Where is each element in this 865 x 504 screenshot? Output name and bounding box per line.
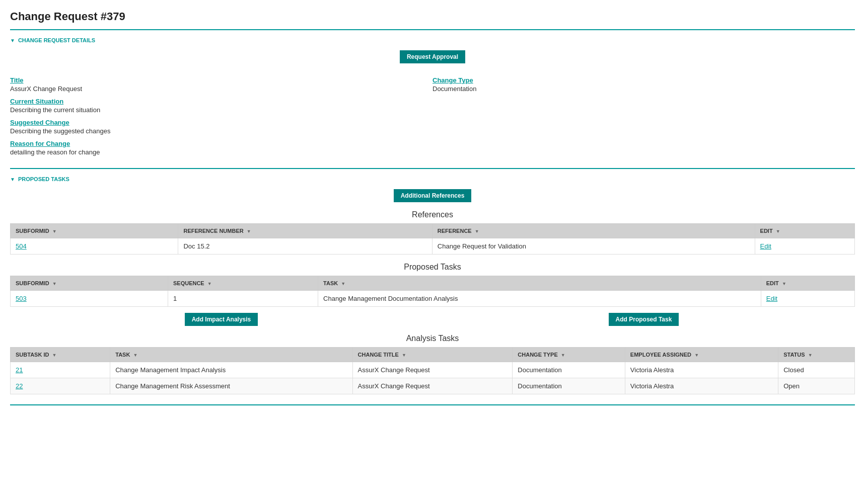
sort-arrow: ▼ (402, 353, 406, 358)
at-task: Change Management Impact Analysis (110, 362, 352, 378)
additional-references-row: Additional References (10, 189, 855, 202)
at-col-changetype: CHANGE TYPE ▼ (513, 348, 625, 362)
table-row: 504 Doc 15.2 Change Request for Validati… (11, 238, 855, 255)
details-grid: Title AssurX Change Request Current Situ… (10, 71, 855, 158)
at-col-subtaskid: SUBTASK ID ▼ (11, 348, 110, 362)
sort-arrow: ▼ (776, 229, 780, 234)
add-proposed-task-button[interactable]: Add Proposed Task (609, 313, 679, 326)
request-approval-button[interactable]: Request Approval (400, 50, 465, 63)
pt-col-sequence: SEQUENCE ▼ (168, 276, 318, 291)
sort-arrow: ▼ (694, 353, 699, 358)
pt-edit[interactable]: Edit (761, 291, 854, 307)
at-subtaskid[interactable]: 21 (11, 362, 110, 378)
sort-arrow: ▼ (475, 229, 479, 234)
proposed-tasks-label: Proposed Tasks (18, 176, 69, 182)
title-divider (10, 29, 855, 30)
table-row: 22 Change Management Risk Assessment Ass… (11, 378, 855, 394)
at-status: Closed (778, 362, 855, 378)
at-status: Open (778, 378, 855, 394)
pt-col-subformid: SUBFORMID ▼ (11, 276, 168, 291)
at-employee: Victoria Alestra (625, 362, 778, 378)
analysis-tasks-table: SUBTASK ID ▼ TASK ▼ CHANGE TITLE ▼ CHANG… (10, 347, 855, 394)
table-row: 503 1 Change Management Documentation An… (11, 291, 855, 307)
at-col-task: TASK ▼ (110, 348, 352, 362)
sort-arrow: ▼ (782, 281, 786, 286)
references-table-head: SUBFORMID ▼ REFERENCE NUMBER ▼ REFERENCE… (11, 224, 855, 238)
analysis-tasks-head: SUBTASK ID ▼ TASK ▼ CHANGE TITLE ▼ CHANG… (11, 348, 855, 362)
collapse-arrow: ▼ (10, 38, 15, 43)
references-table-body: 504 Doc 15.2 Change Request for Validati… (11, 238, 855, 255)
current-situation-label: Current Situation (10, 98, 422, 105)
ref-col-subformid: SUBFORMID ▼ (11, 224, 178, 238)
sort-arrow: ▼ (247, 229, 251, 234)
proposed-tasks-body: 503 1 Change Management Documentation An… (11, 291, 855, 307)
sort-arrow: ▼ (207, 281, 212, 286)
ref-edit[interactable]: Edit (755, 238, 854, 255)
ref-col-refnumber: REFERENCE NUMBER ▼ (178, 224, 432, 238)
references-header-row: SUBFORMID ▼ REFERENCE NUMBER ▼ REFERENCE… (11, 224, 855, 238)
page-title: Change Request #379 (10, 10, 855, 23)
at-changetitle: AssurX Change Request (352, 362, 513, 378)
pt-subformid[interactable]: 503 (11, 291, 168, 307)
sort-arrow: ▼ (561, 353, 565, 358)
sort-arrow: ▼ (52, 281, 57, 286)
reason-for-change-value: detailing the reason for change (10, 148, 422, 156)
add-proposed-task-wrapper: Add Proposed Task (432, 313, 855, 326)
sort-arrow: ▼ (341, 281, 345, 286)
analysis-tasks-title: Analysis Tasks (10, 334, 855, 343)
sort-arrow: ▼ (52, 353, 56, 358)
request-approval-row: Request Approval (10, 50, 855, 63)
ref-col-reference: REFERENCE ▼ (432, 224, 755, 238)
ref-reference: Change Request for Validation (432, 238, 755, 255)
change-type-label: Change Type (432, 76, 845, 84)
proposed-tasks-content: Additional References References SUBFORM… (10, 189, 855, 394)
change-type-value: Documentation (432, 85, 845, 93)
proposed-tasks-arrow: ▼ (10, 177, 15, 182)
title-value: AssurX Change Request (10, 85, 422, 93)
references-title: References (10, 210, 855, 219)
analysis-tasks-body: 21 Change Management Impact Analysis Ass… (11, 362, 855, 394)
at-changetitle: AssurX Change Request (352, 378, 513, 394)
sort-arrow: ▼ (808, 353, 813, 358)
sort-arrow: ▼ (133, 353, 137, 358)
ref-col-edit: EDIT ▼ (755, 224, 854, 238)
at-subtaskid[interactable]: 22 (11, 378, 110, 394)
pt-col-task: TASK ▼ (318, 276, 761, 291)
pt-task: Change Management Documentation Analysis (318, 291, 761, 307)
proposed-tasks-table: SUBFORMID ▼ SEQUENCE ▼ TASK ▼ EDIT ▼ 503… (10, 276, 855, 307)
task-buttons-row: Add Impact Analysis Add Proposed Task (10, 313, 855, 326)
at-task: Change Management Risk Assessment (110, 378, 352, 394)
sort-arrow: ▼ (52, 229, 57, 234)
current-situation-value: Describing the current situation (10, 106, 422, 114)
references-table: SUBFORMID ▼ REFERENCE NUMBER ▼ REFERENCE… (10, 223, 855, 255)
ref-subformid[interactable]: 504 (11, 238, 178, 255)
at-col-status: STATUS ▼ (778, 348, 855, 362)
change-request-details-content: Request Approval Title AssurX Change Req… (10, 50, 855, 158)
reason-for-change-label: Reason for Change (10, 140, 422, 147)
add-impact-analysis-wrapper: Add Impact Analysis (10, 313, 432, 326)
ref-refnumber: Doc 15.2 (178, 238, 432, 255)
proposed-tasks-header[interactable]: ▼ Proposed Tasks (10, 176, 855, 182)
add-impact-analysis-button[interactable]: Add Impact Analysis (185, 313, 258, 326)
bottom-divider (10, 404, 855, 405)
title-label: Title (10, 76, 422, 84)
pt-sequence: 1 (168, 291, 318, 307)
additional-references-button[interactable]: Additional References (394, 189, 472, 202)
analysis-tasks-header-row: SUBTASK ID ▼ TASK ▼ CHANGE TITLE ▼ CHANG… (11, 348, 855, 362)
proposed-tasks-head: SUBFORMID ▼ SEQUENCE ▼ TASK ▼ EDIT ▼ (11, 276, 855, 291)
details-divider (10, 168, 855, 169)
right-col: Change Type Documentation (432, 71, 855, 158)
at-changetype: Documentation (513, 378, 625, 394)
left-col: Title AssurX Change Request Current Situ… (10, 71, 432, 158)
at-employee: Victoria Alestra (625, 378, 778, 394)
proposed-tasks-header-row: SUBFORMID ▼ SEQUENCE ▼ TASK ▼ EDIT ▼ (11, 276, 855, 291)
at-col-changetitle: CHANGE TITLE ▼ (352, 348, 513, 362)
at-changetype: Documentation (513, 362, 625, 378)
pt-col-edit: EDIT ▼ (761, 276, 854, 291)
change-request-details-label: Change Request Details (18, 37, 95, 43)
suggested-change-value: Describing the suggested changes (10, 127, 422, 135)
table-row: 21 Change Management Impact Analysis Ass… (11, 362, 855, 378)
change-request-details-header[interactable]: ▼ Change Request Details (10, 37, 855, 43)
suggested-change-label: Suggested Change (10, 119, 422, 126)
at-col-employee: EMPLOYEE ASSIGNED ▼ (625, 348, 778, 362)
